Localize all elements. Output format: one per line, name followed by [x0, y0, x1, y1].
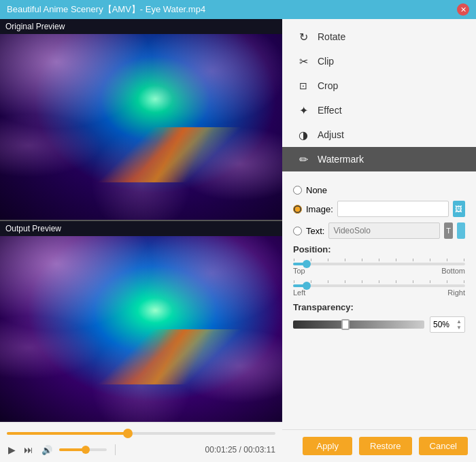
clip-icon: ✂: [296, 54, 311, 69]
vertical-slider-container: Top Bottom: [293, 259, 465, 275]
time-display: 00:01:25 / 00:03:11: [205, 445, 275, 455]
top-label: Top: [293, 267, 305, 275]
rotate-icon: ↻: [296, 29, 311, 44]
tool-item-crop[interactable]: ⊡ Crop: [282, 73, 476, 98]
image-radio[interactable]: [293, 205, 302, 214]
transparency-label: Transparency:: [293, 302, 465, 312]
bottom-bar: Apply Restore Cancel: [282, 429, 476, 462]
horizontal-slider-container: Left Right: [293, 280, 465, 297]
horizontal-slider-labels: Left Right: [293, 288, 465, 297]
position-label: Position:: [293, 244, 465, 254]
transparency-thumb[interactable]: [341, 319, 350, 330]
watermark-label: Watermark: [318, 154, 364, 165]
tool-item-clip[interactable]: ✂ Clip: [282, 49, 476, 73]
cancel-button[interactable]: Cancel: [419, 437, 468, 455]
progress-bar-container[interactable]: [7, 428, 275, 439]
output-video-bg: [0, 236, 282, 422]
clip-label: Clip: [318, 56, 334, 67]
volume-icon: 🔊: [40, 444, 54, 457]
tool-item-watermark[interactable]: ✏ Watermark: [282, 147, 476, 171]
horizontal-slider-thumb[interactable]: [303, 282, 311, 290]
progress-track[interactable]: [7, 432, 275, 435]
restore-button[interactable]: Restore: [359, 437, 412, 455]
progress-fill: [7, 432, 128, 435]
image-browse-button[interactable]: 🖼: [453, 201, 465, 217]
right-label: Right: [447, 288, 465, 297]
image-label: Image:: [306, 204, 333, 214]
transparency-row: 50% ▲ ▼: [293, 316, 465, 333]
left-label: Left: [293, 288, 305, 297]
play-button[interactable]: ▶: [7, 443, 17, 457]
transparency-section: Transparency: 50% ▲ ▼: [293, 302, 465, 333]
transparency-track[interactable]: [293, 320, 424, 329]
up-arrow-icon[interactable]: ▲: [456, 318, 462, 325]
original-flares-overlay: [85, 127, 254, 183]
text-color-button[interactable]: [457, 222, 465, 239]
text-label: Text:: [306, 226, 324, 236]
player-controls: ▶ ⏭ 🔊 00:01:25 / 00:03:11: [0, 422, 282, 462]
crop-label: Crop: [318, 80, 338, 91]
browse-icon: 🖼: [455, 205, 462, 213]
title-bar: Beautiful Anime Scenery【AMV】- Eye Water.…: [0, 0, 476, 19]
text-radio-row: Text: T: [293, 222, 465, 239]
tool-item-rotate[interactable]: ↻ Rotate: [282, 24, 476, 49]
original-preview-section: Original Preview: [0, 19, 282, 220]
image-input[interactable]: [337, 201, 449, 217]
watermark-panel: None Image: 🖼 Text: T: [282, 177, 476, 429]
volume-track[interactable]: [59, 448, 107, 451]
output-preview-section: Output Preview: [0, 221, 282, 422]
horizontal-slider-track[interactable]: [293, 284, 465, 287]
none-radio[interactable]: [293, 186, 302, 195]
watermark-icon: ✏: [296, 152, 311, 167]
controls-divider: [115, 444, 116, 455]
vertical-slider-labels: Top Bottom: [293, 267, 465, 275]
left-panel: Original Preview Output Preview: [0, 19, 282, 462]
output-flares-overlay: [85, 329, 254, 385]
vertical-slider-thumb[interactable]: [303, 260, 311, 268]
original-video-preview: [0, 34, 282, 220]
text-style-button[interactable]: T: [444, 222, 452, 239]
close-button[interactable]: ✕: [457, 3, 469, 16]
skip-button[interactable]: ⏭: [22, 443, 35, 457]
tool-item-effect[interactable]: ✦ Effect: [282, 98, 476, 122]
main-content: Original Preview Output Preview: [0, 19, 476, 462]
bottom-label: Bottom: [441, 267, 465, 275]
controls-row: ▶ ⏭ 🔊 00:01:25 / 00:03:11: [7, 443, 275, 457]
tick-marks-h: [293, 280, 465, 283]
output-preview-label: Output Preview: [0, 221, 282, 236]
output-video-preview: [0, 236, 282, 422]
none-label: None: [306, 185, 327, 195]
tick-marks-v: [293, 259, 465, 261]
effect-label: Effect: [318, 105, 342, 116]
text-radio[interactable]: [293, 227, 302, 235]
tool-item-adjust[interactable]: ◑ Adjust: [282, 122, 476, 147]
tool-list: ↻ Rotate ✂ Clip ⊡ Crop ✦ Effect ◑ Adjust…: [282, 19, 476, 177]
image-radio-row: Image: 🖼: [293, 201, 465, 217]
rotate-label: Rotate: [318, 31, 345, 42]
original-video-bg: [0, 34, 282, 220]
text-style-icon: T: [446, 227, 451, 235]
transparency-value: 50%: [433, 320, 449, 329]
text-input[interactable]: [328, 222, 440, 239]
adjust-label: Adjust: [318, 129, 344, 140]
transparency-arrows[interactable]: ▲ ▼: [456, 318, 462, 331]
apply-button[interactable]: Apply: [303, 437, 352, 455]
current-time: 00:01:25: [205, 445, 237, 455]
progress-thumb[interactable]: [123, 429, 133, 438]
position-section: Position: Top Bottom: [293, 244, 465, 297]
original-preview-label: Original Preview: [0, 19, 282, 34]
down-arrow-icon[interactable]: ▼: [456, 325, 462, 331]
vertical-slider-track[interactable]: [293, 263, 465, 265]
adjust-icon: ◑: [296, 127, 311, 142]
window-title: Beautiful Anime Scenery【AMV】- Eye Water.…: [7, 3, 205, 16]
crop-icon: ⊡: [296, 78, 311, 93]
total-time: 00:03:11: [243, 445, 275, 455]
right-panel: ↻ Rotate ✂ Clip ⊡ Crop ✦ Effect ◑ Adjust…: [282, 19, 476, 462]
transparency-value-box: 50% ▲ ▼: [430, 316, 465, 333]
effect-icon: ✦: [296, 103, 311, 118]
volume-thumb[interactable]: [82, 446, 90, 454]
none-radio-row: None: [293, 185, 465, 195]
